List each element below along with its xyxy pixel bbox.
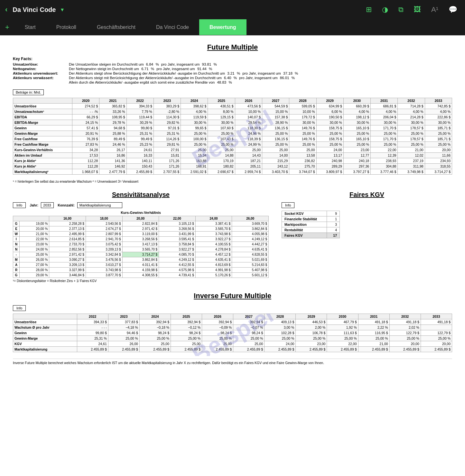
table-cell: 171,26	[153, 158, 181, 164]
sens-row-label: 29,00 %	[20, 273, 49, 278]
sens-cell: 2.807,99 $	[86, 232, 122, 237]
inverse-cell: 491,18 $	[421, 319, 452, 325]
inverse-cell: 25,31 %	[77, 336, 108, 341]
app-title: Da Vinci Code	[13, 6, 56, 14]
table-cell: 99,65 $	[181, 125, 208, 131]
sens-table-title: Kurs-Gewinn-Verhältnis	[13, 211, 269, 215]
sens-row-label: 21,00 %	[20, 232, 49, 237]
table-cell: 236,82	[289, 158, 316, 164]
sens-letter: R	[13, 268, 20, 273]
sens-cell: 2.258,28 $	[49, 221, 86, 226]
sens-cell: 2.540,56 $	[86, 221, 122, 226]
sens-letter: N	[13, 247, 20, 252]
inverse-col-header: 2026	[202, 314, 233, 319]
sens-cell: 4.278,84 $	[195, 247, 232, 252]
table-cell: 25,00 %	[343, 131, 370, 136]
inverse-cell: 20,00	[421, 341, 452, 347]
table-row-label: Free Cashflow Marge	[13, 142, 72, 147]
tab-geschaeftsbericht[interactable]: Geschäftsbericht	[87, 19, 146, 35]
sens-cell: 3.075,42 $	[86, 242, 122, 247]
sens-row-label: 25,00 %	[20, 252, 49, 257]
table-row-label: Gewinn-Marge	[13, 131, 72, 136]
sens-cell: 5.407,98 $	[232, 268, 269, 273]
future-multiple-title: Future Multiple	[13, 43, 452, 51]
table-cell: 185,71 $	[425, 125, 452, 131]
table-cell: 29,82 %	[153, 120, 181, 125]
sens-cell: 4.249,12 $	[159, 257, 196, 262]
kf-desc2-kurs-unverw: pro Jahr, insgesamt um	[241, 71, 281, 75]
faires-label: Marktposition	[282, 222, 327, 227]
table-cell: 89,49 $	[99, 136, 126, 142]
table-cell: 25,31 %	[126, 131, 153, 136]
faires-label: Finanzielle Stabilität	[282, 216, 327, 222]
sens-cell: 4.635,41 $	[232, 247, 269, 252]
layers-icon[interactable]: ⧉	[396, 4, 406, 15]
dropdown-icon[interactable]: ▾	[61, 6, 64, 13]
table-cell: 25,00 %	[289, 142, 316, 147]
table-cell: 25,00	[262, 147, 289, 153]
chat-icon[interactable]: 💬	[446, 4, 460, 15]
table-cell: 275,70	[289, 164, 316, 169]
sens-col-16: 16,00	[49, 216, 86, 221]
inverse-table-wrapper: Beispiel 2022202320242025202620272028202…	[13, 314, 452, 356]
tab-protokoll[interactable]: Protokoll	[46, 19, 87, 35]
sens-col-26: 26,00	[232, 216, 269, 221]
faires-kgv-info-button[interactable]: Info	[282, 202, 294, 208]
table-cell: 289,29	[316, 164, 343, 169]
table-cell: 25,00 %	[398, 131, 425, 136]
tab-start[interactable]: Start	[14, 19, 46, 35]
inverse-cell: 22,00	[327, 341, 358, 347]
main-content: Future Multiple Key Facts: Umsatzerlöse:…	[0, 35, 465, 372]
table-cell: 2.959,74 $	[235, 169, 262, 175]
tab-davinci[interactable]: Da Vinci Code	[146, 19, 199, 35]
table-row-label: EBITDA-Marge	[13, 120, 72, 125]
inverse-cell: 24,00	[265, 341, 296, 347]
table-cell: 3.714,27 $	[425, 169, 452, 175]
add-tab-button[interactable]: +	[0, 23, 14, 32]
inverse-row-label: Marktkapitalisierung	[13, 347, 77, 352]
table-cell: 150,43	[126, 164, 153, 169]
sens-cell: 4.011,41 $	[122, 262, 159, 268]
sens-cell: 5.021,69 $	[232, 257, 269, 262]
faires-label: Rentabilität	[282, 227, 327, 233]
image-icon[interactable]: 🖼	[411, 4, 423, 15]
chart-icon[interactable]: ◑	[379, 4, 391, 15]
sens-letter: N	[13, 242, 20, 247]
table-cell: 25,31 %	[153, 131, 181, 136]
kf-unit2-umsatz: %	[212, 62, 217, 66]
faires-value: 3	[327, 222, 340, 227]
sens-cell: 3.105,13 $	[159, 221, 196, 226]
inverse-info-button[interactable]: Info	[13, 305, 26, 311]
table-cell: 118,30 $	[235, 125, 262, 131]
table-cell: 30,00 %	[371, 120, 398, 125]
col-2029: 2029	[316, 98, 343, 104]
inverse-cell: - - -	[77, 325, 108, 330]
kennzahl-dropdown[interactable]: Marktkapitalisierung	[77, 202, 122, 208]
table-cell: 3.809,97 $	[316, 169, 343, 175]
kf-unit2-kurs-verw: %	[291, 76, 295, 80]
sensitivity-info-button[interactable]: Info	[13, 202, 26, 208]
table-cell: 25,00 %	[262, 142, 289, 147]
kf-val2-umsatz: 93.81	[201, 62, 211, 66]
tab-bewertung[interactable]: Bewertung	[199, 19, 246, 35]
kf-row-kurs-unverw: Aktienkurs unverwässert: Der Aktienkurs …	[13, 71, 452, 75]
sens-col-24: 24,00	[195, 216, 232, 221]
inverse-cell: 2.455,89 $	[389, 347, 421, 352]
sens-cell: 3.565,70 $	[122, 247, 159, 252]
inverse-cell: −0,18 %	[139, 325, 171, 330]
inverse-cell: 99,80 $	[77, 330, 108, 336]
table-cell: 21,00	[398, 147, 425, 153]
back-button[interactable]: ‹	[5, 5, 7, 14]
text-icon[interactable]: A¹	[429, 4, 441, 15]
table-row-label: Kurs je Aktie³	[13, 164, 72, 169]
table-cell: 30,00 %	[316, 120, 343, 125]
table-cell: 25,00	[289, 147, 316, 153]
table-cell: 97,01 $	[153, 125, 181, 131]
col-2020: 2020	[72, 98, 99, 104]
grid-icon[interactable]: ⊞	[363, 4, 374, 15]
inverse-cell: −0,12 %	[171, 325, 202, 330]
table-cell: 20,91 %	[72, 131, 99, 136]
table-cell: 22,00	[371, 147, 398, 153]
sens-cell: 3.669,70 $	[232, 221, 269, 226]
future-table-wrapper: Beispiel 2020 2021 2022 2023 2024 2025 2…	[13, 98, 452, 178]
